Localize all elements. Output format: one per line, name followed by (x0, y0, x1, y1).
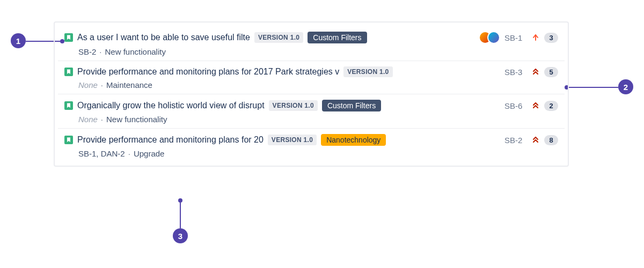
story-icon (64, 68, 73, 76)
separator-dot: · (99, 47, 101, 56)
issue-summary: Provide performance and monitoring plans… (77, 135, 264, 145)
version-badge: VERSION 1.0 (343, 66, 392, 77)
sub-label: Upgrade (134, 149, 165, 158)
sub-key: None (78, 115, 98, 124)
version-badge: VERSION 1.0 (254, 32, 303, 43)
callout-line-2 (569, 87, 618, 88)
version-badge: VERSION 1.0 (268, 135, 317, 145)
issue-key: SB-1 (504, 33, 527, 42)
callout-2: 2 (618, 79, 633, 94)
sub-key: SB-2 (78, 47, 96, 56)
version-badge: VERSION 1.0 (269, 100, 318, 111)
priority-highest-icon (531, 101, 540, 110)
estimate-badge: 2 (544, 101, 558, 111)
backlog-panel: As a user I want to be able to save usef… (54, 21, 569, 167)
issue-summary: Organically grow the holistic world view… (77, 101, 265, 110)
priority-highest-icon (531, 136, 540, 144)
sub-label: New functionality (106, 115, 167, 124)
sub-key: SB-1, DAN-2 (78, 149, 125, 158)
epic-badge[interactable]: Custom Filters (308, 32, 367, 43)
avatar (487, 31, 500, 44)
sub-label: Maintenance (106, 80, 152, 90)
separator-dot: · (101, 80, 103, 90)
story-icon (64, 33, 73, 42)
estimate-badge: 8 (544, 135, 558, 145)
callout-1: 1 (11, 33, 26, 48)
sub-key: None (78, 80, 98, 90)
issue-key: SB-6 (504, 101, 527, 110)
estimate-badge: 5 (544, 67, 558, 77)
priority-highest-icon (531, 68, 540, 76)
issue-summary: Provide performance and monitoring plans… (77, 67, 339, 77)
issue-summary: As a user I want to be able to save usef… (77, 33, 250, 42)
epic-badge[interactable]: Nanotechnology (321, 134, 386, 146)
priority-medium-icon (531, 33, 540, 42)
issue-key: SB-3 (504, 68, 527, 77)
separator-dot: · (128, 149, 130, 158)
assignee-avatars (479, 31, 500, 44)
story-icon (64, 136, 73, 144)
issue-row[interactable]: Provide performance and monitoring plans… (58, 129, 565, 162)
issue-key: SB-2 (504, 136, 527, 145)
sub-label: New functionality (105, 47, 166, 56)
issue-row[interactable]: Provide performance and monitoring plans… (58, 61, 565, 94)
issue-row[interactable]: As a user I want to be able to save usef… (58, 26, 565, 61)
story-icon (64, 101, 73, 110)
estimate-badge: 3 (544, 33, 558, 43)
separator-dot: · (101, 115, 103, 124)
issue-row[interactable]: Organically grow the holistic world view… (58, 94, 565, 129)
epic-badge[interactable]: Custom Filters (322, 100, 381, 111)
